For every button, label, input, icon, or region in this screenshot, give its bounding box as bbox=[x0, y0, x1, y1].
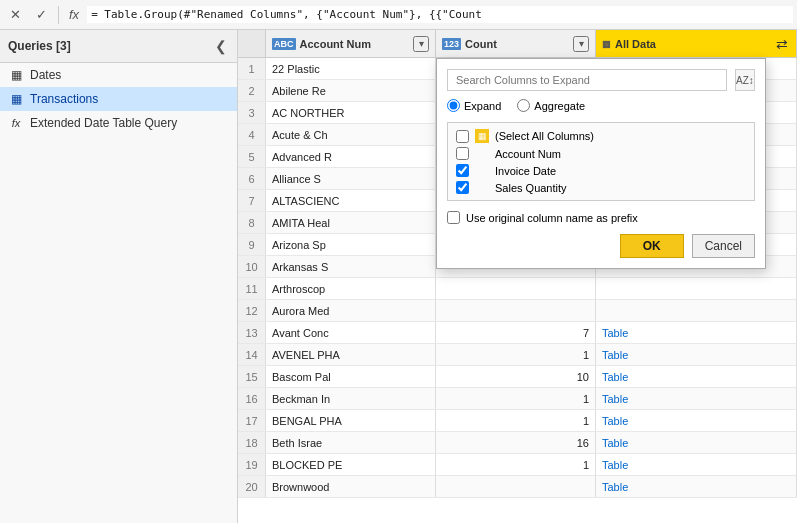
sidebar-collapse-button[interactable]: ❮ bbox=[213, 36, 229, 56]
all-data-cell[interactable]: Table bbox=[596, 410, 797, 431]
count-cell: 1 bbox=[436, 344, 596, 365]
sort-az-button[interactable]: AZ↕ bbox=[735, 69, 755, 91]
count-cell: 1 bbox=[436, 410, 596, 431]
table-row: 20 Brownwood Table bbox=[238, 476, 797, 498]
expand-search-input[interactable] bbox=[447, 69, 727, 91]
row-num-cell: 18 bbox=[238, 432, 266, 453]
prefix-checkbox[interactable] bbox=[447, 211, 460, 224]
all-data-cell[interactable]: Table bbox=[596, 454, 797, 475]
account-num-filter-button[interactable]: ▾ bbox=[413, 36, 429, 52]
prefix-label: Use original column name as prefix bbox=[466, 212, 638, 224]
sidebar-item-label: Dates bbox=[30, 68, 61, 82]
col-label: Account Num bbox=[495, 148, 561, 160]
row-num-cell: 11 bbox=[238, 278, 266, 299]
row-num-cell: 17 bbox=[238, 410, 266, 431]
row-num-cell: 4 bbox=[238, 124, 266, 145]
column-item[interactable]: ▦ (Select All Columns) bbox=[452, 127, 750, 145]
row-num-cell: 7 bbox=[238, 190, 266, 211]
app-container: ✕ ✓ fx Queries [3] ❮ ▦ Dates ▦ Transacti… bbox=[0, 0, 797, 523]
account-num-cell: Arkansas S bbox=[266, 256, 436, 277]
row-num-cell: 8 bbox=[238, 212, 266, 233]
table-row: 11 Arthroscop bbox=[238, 278, 797, 300]
table-col-icon: ▦ bbox=[475, 129, 489, 143]
account-num-cell: Avant Conc bbox=[266, 322, 436, 343]
confirm-formula-button[interactable]: ✓ bbox=[30, 4, 52, 26]
account-num-cell: BENGAL PHA bbox=[266, 410, 436, 431]
account-num-cell: 22 Plastic bbox=[266, 58, 436, 79]
account-num-cell: Arthroscop bbox=[266, 278, 436, 299]
all-data-cell bbox=[596, 278, 797, 299]
account-num-cell: Beckman In bbox=[266, 388, 436, 409]
count-cell: 1 bbox=[436, 454, 596, 475]
expand-label: Expand bbox=[464, 100, 501, 112]
account-num-cell: Alliance S bbox=[266, 168, 436, 189]
account-num-cell: AC NORTHER bbox=[266, 102, 436, 123]
number-type-icon: 123 bbox=[442, 38, 461, 50]
all-data-expand-button[interactable]: ⇄ bbox=[774, 36, 790, 52]
aggregate-radio[interactable] bbox=[517, 99, 530, 112]
col-checkbox[interactable] bbox=[456, 130, 469, 143]
aggregate-label: Aggregate bbox=[534, 100, 585, 112]
cancel-button[interactable]: Cancel bbox=[692, 234, 755, 258]
all-data-header: ▦ All Data ⇄ bbox=[596, 30, 797, 57]
account-num-cell: Abilene Re bbox=[266, 80, 436, 101]
all-data-cell[interactable]: Table bbox=[596, 344, 797, 365]
table-row: 17 BENGAL PHA 1 Table bbox=[238, 410, 797, 432]
expand-radio-group: Expand Aggregate bbox=[447, 99, 755, 112]
sidebar-item-label: Extended Date Table Query bbox=[30, 116, 177, 130]
table-icon: ▦ bbox=[8, 68, 24, 82]
aggregate-radio-label[interactable]: Aggregate bbox=[517, 99, 585, 112]
account-num-cell: Brownwood bbox=[266, 476, 436, 497]
account-num-cell: AVENEL PHA bbox=[266, 344, 436, 365]
sidebar-item-transactions[interactable]: ▦ Transactions bbox=[0, 87, 237, 111]
expand-radio-label[interactable]: Expand bbox=[447, 99, 501, 112]
table-icon: ▦ bbox=[8, 92, 24, 106]
expand-radio[interactable] bbox=[447, 99, 460, 112]
sidebar-item-dates[interactable]: ▦ Dates bbox=[0, 63, 237, 87]
column-item[interactable]: Account Num bbox=[452, 145, 750, 162]
sidebar-header: Queries [3] ❮ bbox=[0, 30, 237, 63]
row-num-cell: 14 bbox=[238, 344, 266, 365]
row-num-cell: 13 bbox=[238, 322, 266, 343]
ok-button[interactable]: OK bbox=[620, 234, 684, 258]
row-num-cell: 9 bbox=[238, 234, 266, 255]
count-cell bbox=[436, 300, 596, 321]
count-header-label: Count bbox=[465, 38, 497, 50]
all-data-header-label: All Data bbox=[615, 38, 656, 50]
sidebar-item-extended-date[interactable]: fx Extended Date Table Query bbox=[0, 111, 237, 135]
account-num-cell: ALTASCIENC bbox=[266, 190, 436, 211]
col-checkbox[interactable] bbox=[456, 164, 469, 177]
row-num-cell: 3 bbox=[238, 102, 266, 123]
account-num-cell: Beth Israe bbox=[266, 432, 436, 453]
row-num-cell: 6 bbox=[238, 168, 266, 189]
column-item[interactable]: Sales Quantity bbox=[452, 179, 750, 196]
col-label: Sales Quantity bbox=[495, 182, 567, 194]
account-num-header-label: Account Num bbox=[300, 38, 372, 50]
count-filter-button[interactable]: ▾ bbox=[573, 36, 589, 52]
formula-input[interactable] bbox=[87, 6, 793, 23]
all-data-cell[interactable]: Table bbox=[596, 432, 797, 453]
table-row: 13 Avant Conc 7 Table bbox=[238, 322, 797, 344]
row-num-cell: 19 bbox=[238, 454, 266, 475]
all-data-cell[interactable]: Table bbox=[596, 366, 797, 387]
table-row: 14 AVENEL PHA 1 Table bbox=[238, 344, 797, 366]
count-cell: 10 bbox=[436, 366, 596, 387]
count-header: 123 Count ▾ bbox=[436, 30, 596, 57]
count-cell: 16 bbox=[436, 432, 596, 453]
account-num-cell: Aurora Med bbox=[266, 300, 436, 321]
column-item[interactable]: Invoice Date bbox=[452, 162, 750, 179]
all-data-cell[interactable]: Table bbox=[596, 476, 797, 497]
all-data-cell[interactable]: Table bbox=[596, 322, 797, 343]
table-type-icon: ▦ bbox=[602, 39, 611, 49]
table-row: 12 Aurora Med bbox=[238, 300, 797, 322]
fx-icon: fx bbox=[8, 117, 24, 129]
row-num-cell: 15 bbox=[238, 366, 266, 387]
all-data-cell[interactable]: Table bbox=[596, 388, 797, 409]
col-checkbox[interactable] bbox=[456, 181, 469, 194]
account-num-cell: BLOCKED PE bbox=[266, 454, 436, 475]
search-area: AZ↕ bbox=[447, 69, 755, 91]
row-num-cell: 20 bbox=[238, 476, 266, 497]
delete-formula-button[interactable]: ✕ bbox=[4, 4, 26, 26]
col-checkbox[interactable] bbox=[456, 147, 469, 160]
account-num-header: ABC Account Num ▾ bbox=[266, 30, 436, 57]
